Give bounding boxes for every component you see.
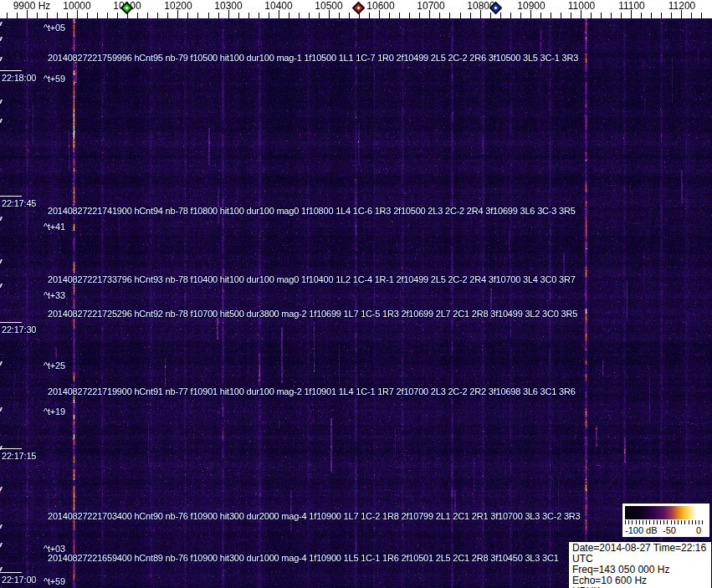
echo-annotation: 20140827221725296 hCnt92 nb-78 f10700 hi… <box>48 309 577 319</box>
colorbar-gradient <box>625 506 703 519</box>
freq-axis-label: 10300 <box>214 0 242 12</box>
time-offset-marker: ^t+59 <box>44 74 65 84</box>
time-offset-marker: ^t+33 <box>44 290 65 300</box>
freq-axis-label: 10500 <box>315 0 342 12</box>
freq-axis-label: 11200 <box>668 0 695 12</box>
time-axis-label: 22:17:30 <box>2 325 36 335</box>
colorbar-label-max: 0 <box>696 525 701 535</box>
freq-axis-label: 10200 <box>164 0 192 12</box>
time-offset-marker: ^t+19 <box>44 406 65 417</box>
freq-axis-label: 10000 <box>63 0 90 12</box>
time-axis-label: 22:18:00 <box>2 73 36 83</box>
freq-marker-core <box>125 6 128 9</box>
freq-marker-core <box>494 6 497 9</box>
spectrogram-window: 9900 Hz100001010010200103001040010500106… <box>0 0 712 588</box>
time-tick <box>0 322 22 323</box>
freq-axis-label: 10400 <box>264 0 292 12</box>
info-box: Date=2014-08-27 Time=22:16 UTC Freq=143 … <box>568 541 712 588</box>
colorbar-label-mid: -50 <box>663 525 676 535</box>
spectrogram-canvas[interactable] <box>0 18 712 588</box>
time-tick <box>0 70 22 71</box>
freq-axis-label: 9900 Hz <box>13 0 51 12</box>
colorbar-label-min: -100 dB <box>625 525 658 535</box>
time-axis-label: 22:17:00 <box>2 575 36 585</box>
frequency-axis: 9900 Hz100001010010200103001040010500106… <box>0 0 712 18</box>
echo-annotation: 20140827221759996 hCnt95 nb-79 f10500 hi… <box>48 53 578 63</box>
colorbar-legend: -100 dB -50 0 <box>622 504 709 537</box>
time-axis-label: 22:17:45 <box>2 198 36 208</box>
time-offset-marker: ^t+41 <box>44 222 65 232</box>
echo-annotation: 20140827221741900 hCnt94 nb-78 f10800 hi… <box>48 206 576 216</box>
time-tick <box>0 448 22 449</box>
freq-axis-label: 11100 <box>618 0 645 12</box>
freq-axis-label: 11000 <box>568 0 595 12</box>
echo-annotation: 20140827221659400 hCnt89 nb-76 f10900 hi… <box>48 553 559 563</box>
time-tick <box>0 196 22 197</box>
freq-axis-label: 10900 <box>517 0 545 12</box>
echo-annotation: 20140827221703400 hCnt90 nb-76 f10900 hi… <box>48 511 581 521</box>
time-axis-label: 22:17:15 <box>2 451 36 461</box>
time-offset-marker: ^t+25 <box>44 360 65 371</box>
time-offset-marker: ^t+05 <box>44 23 65 33</box>
freq-marker-core <box>356 6 360 9</box>
freq-axis-label: 10600 <box>366 0 394 12</box>
freq-axis-label: 10700 <box>417 0 444 12</box>
time-tick <box>0 572 22 573</box>
info-date-line: Date=2014-08-27 Time=22:16 UTC <box>572 543 711 565</box>
time-offset-marker: ^t+59 <box>44 576 65 586</box>
echo-annotation: 20140827221733796 hCnt93 nb-78 f10400 hi… <box>48 274 576 284</box>
echo-annotation: 20140827221719900 hCnt91 nb-77 f10901 hi… <box>48 386 576 396</box>
